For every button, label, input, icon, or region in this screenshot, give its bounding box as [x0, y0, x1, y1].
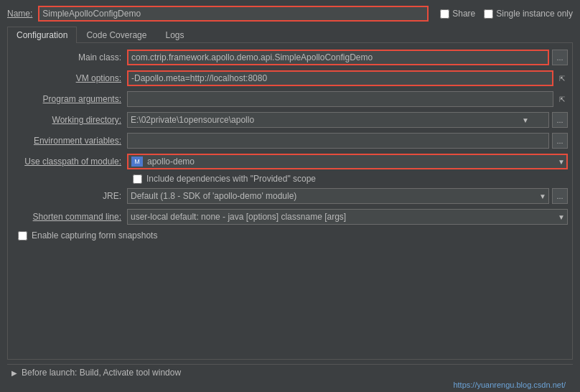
share-label: Share: [452, 9, 475, 19]
name-input[interactable]: [38, 6, 429, 22]
working-dir-row: Working directory: E:\02private\1opensou…: [12, 111, 568, 129]
env-vars-label: Environment variables:: [12, 136, 127, 146]
vm-options-field: ⇱: [127, 70, 568, 86]
vm-options-expand-button[interactable]: ⇱: [556, 70, 568, 86]
working-dir-select[interactable]: E:\02private\1opensource\apollo: [127, 112, 549, 128]
jre-row: JRE: Default (1.8 - SDK of 'apollo-demo'…: [12, 187, 568, 205]
env-vars-row: Environment variables: ...: [12, 132, 568, 149]
env-vars-browse-button[interactable]: ...: [552, 133, 568, 149]
main-class-field: ...: [127, 50, 568, 65]
module-icon: M: [131, 157, 143, 167]
working-dir-label: Working directory:: [12, 115, 127, 125]
tab-logs[interactable]: Logs: [156, 27, 193, 43]
tab-configuration[interactable]: Configuration: [7, 27, 77, 43]
jre-select[interactable]: Default (1.8 - SDK of 'apollo-demo' modu…: [127, 188, 549, 204]
program-args-input[interactable]: [127, 91, 553, 107]
tab-code-coverage[interactable]: Code Coverage: [77, 27, 156, 43]
main-class-label: Main class:: [12, 52, 127, 62]
classpath-field: M apollo-demo ▼: [127, 154, 568, 169]
before-launch-triangle: ▶: [11, 369, 17, 377]
bottom-panel: ▶ Before launch: Build, Activate tool wi…: [7, 364, 573, 392]
enable-snapshots-row: Enable capturing form snapshots: [12, 230, 568, 241]
url-row: https://yuanrengu.blog.csdn.net/: [11, 381, 569, 389]
enable-snapshots-checkbox[interactable]: [18, 231, 27, 241]
run-configuration-dialog: Name: Share Single instance only Configu…: [0, 0, 580, 392]
vm-options-input[interactable]: [127, 70, 553, 86]
working-dir-field: E:\02private\1opensource\apollo ▼ ...: [127, 112, 568, 128]
share-checkbox[interactable]: [440, 9, 449, 19]
footer-url: https://yuanrengu.blog.csdn.net/: [453, 381, 566, 389]
shorten-label: Shorten command line:: [12, 212, 127, 222]
jre-label: JRE:: [12, 191, 127, 201]
env-vars-input[interactable]: [127, 133, 549, 149]
classpath-module-name: apollo-demo: [147, 157, 195, 167]
main-class-browse-button[interactable]: ...: [552, 50, 568, 65]
jre-browse-button[interactable]: ...: [552, 188, 568, 204]
classpath-row: Use classpath of module: M apollo-demo ▼: [12, 153, 568, 170]
program-args-label: Program arguments:: [12, 94, 127, 104]
working-dir-browse-button[interactable]: ...: [552, 112, 568, 128]
program-args-field: ⇱: [127, 91, 568, 107]
configuration-content: Main class: ... VM options: ⇱ Program ar…: [7, 43, 573, 360]
main-class-input[interactable]: [127, 50, 549, 65]
name-label: Name:: [7, 9, 32, 19]
include-deps-checkbox[interactable]: [133, 174, 142, 184]
before-launch-text: Before launch: Build, Activate tool wind…: [22, 368, 181, 378]
top-right-options: Share Single instance only: [440, 9, 573, 19]
single-instance-checkbox-label[interactable]: Single instance only: [484, 9, 573, 19]
include-deps-label: Include dependencies with "Provided" sco…: [146, 174, 316, 184]
include-deps-row: Include dependencies with "Provided" sco…: [12, 174, 568, 184]
env-vars-field: ...: [127, 133, 568, 149]
program-args-expand-button[interactable]: ⇱: [556, 91, 568, 107]
shorten-select[interactable]: user-local default: none - java [options…: [127, 209, 568, 225]
classpath-label: Use classpath of module:: [12, 157, 127, 167]
shorten-field: user-local default: none - java [options…: [127, 209, 568, 225]
single-instance-checkbox[interactable]: [484, 9, 493, 19]
vm-options-row: VM options: ⇱: [12, 70, 568, 87]
vm-options-label: VM options:: [12, 73, 127, 83]
main-class-row: Main class: ...: [12, 49, 568, 66]
before-launch-row[interactable]: ▶ Before launch: Build, Activate tool wi…: [11, 368, 569, 378]
classpath-module-box[interactable]: M apollo-demo: [127, 154, 568, 169]
enable-snapshots-label: Enable capturing form snapshots: [32, 230, 157, 241]
name-row: Name: Share Single instance only: [7, 6, 573, 22]
single-instance-label: Single instance only: [496, 9, 573, 19]
jre-field: Default (1.8 - SDK of 'apollo-demo' modu…: [127, 188, 568, 204]
program-args-row: Program arguments: ⇱: [12, 90, 568, 108]
share-checkbox-label[interactable]: Share: [440, 9, 475, 19]
shorten-row: Shorten command line: user-local default…: [12, 208, 568, 225]
tabs-row: Configuration Code Coverage Logs: [7, 26, 573, 43]
